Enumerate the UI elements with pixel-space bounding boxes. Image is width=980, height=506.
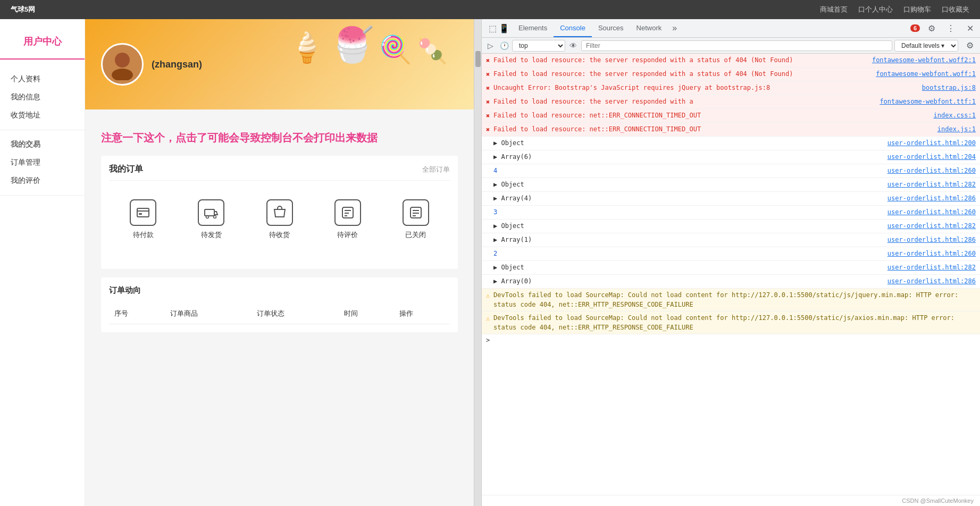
closed-icon [403,199,429,226]
sidebar-section-personal: 个人资料 我的信息 收货地址 [0,65,85,130]
col-id: 序号 [109,303,165,324]
scroll-indicator[interactable] [474,19,481,506]
console-link[interactable]: user-orderlist.html:204 [887,152,976,162]
log-icon [486,180,493,190]
order-icon-pending-review[interactable]: 待评价 [314,199,382,240]
console-message: ▶ Object [493,180,887,189]
console-message: Failed to load resource: net::ERR_CONNEC… [493,124,937,134]
console-input[interactable] [492,336,976,344]
console-line: ✖ Failed to load resource: the server re… [482,95,980,109]
more-tabs-icon[interactable]: » [668,21,681,35]
console-line: ▶ Array(1) user-orderlist.html:286 [482,233,980,247]
sidebar-item-my-review[interactable]: 我的评价 [0,172,85,190]
device-icon[interactable]: 📱 [498,22,510,34]
console-line: 4 user-orderlist.html:260 [482,164,980,178]
console-message: Failed to load resource: the server resp… [493,97,880,106]
pending-payment-icon [130,199,156,226]
console-message: 2 [493,249,887,258]
col-action: 操作 [394,303,450,324]
console-link[interactable]: user-orderlist.html:286 [887,235,976,244]
devtools-tab-actions: 6 ⚙ ⋮ ✕ [910,21,977,36]
console-link[interactable]: fontawesome-webfont.woff:1 [876,69,976,79]
console-line: ▶ Object user-orderlist.html:282 [482,178,980,192]
console-line: 2 user-orderlist.html:260 [482,247,980,261]
eye-icon[interactable]: 👁 [567,40,579,52]
console-settings-icon[interactable]: ⚙ [962,38,977,53]
error-icon: ✖ [486,70,493,79]
console-link[interactable]: user-orderlist.html:200 [887,138,976,148]
console-link[interactable]: index.css:1 [934,111,976,120]
pending-ship-icon [198,199,224,226]
console-link[interactable]: fontawesome-webfont.ttf:1 [880,97,976,106]
console-link[interactable]: user-orderlist.html:260 [887,249,976,258]
console-input-row: > [482,334,980,346]
log-icon [486,153,493,162]
console-message: Failed to load resource: the server resp… [493,55,872,65]
website-area: 用户中心 个人资料 我的信息 收货地址 我的交易 订单管理 我的评价 [0,19,481,506]
levels-select[interactable]: Default levels ▾ [894,40,958,52]
console-link[interactable]: fontawesome-webfont.woff2:1 [872,55,976,65]
sidebar-item-order-management[interactable]: 订单管理 [0,154,85,172]
console-message: 4 [493,166,887,175]
content-area: (zhangsan) 🍦 🍧 🍭 🍡 注意一下这个，点击了可能会导致控制台不会打 [85,19,474,506]
console-line: ⚠ DevTools failed to load SourceMap: Cou… [482,289,980,311]
console-message: ▶ Object [493,138,887,148]
pending-payment-label: 待付款 [133,230,154,240]
console-link[interactable]: index.js:1 [937,124,976,134]
log-icon [486,166,493,176]
order-icon-pending-payment[interactable]: 待付款 [109,199,177,240]
console-link[interactable]: user-orderlist.html:282 [887,221,976,231]
console-link[interactable]: user-orderlist.html:286 [887,276,976,286]
execute-icon[interactable]: ▷ [484,40,496,52]
console-line: ▶ Array(4) user-orderlist.html:286 [482,192,980,206]
console-line: ✖ Failed to load resource: net::ERR_CONN… [482,123,980,137]
nav-link-favorites[interactable]: 口收藏夹 [942,5,969,14]
pending-review-icon [334,199,361,226]
svg-point-7 [214,216,216,218]
tab-network[interactable]: Network [630,19,668,37]
inspect-icon[interactable]: ⬚ [487,22,498,34]
console-message: 3 [493,207,887,217]
console-link[interactable]: user-orderlist.html:282 [887,263,976,272]
filter-input[interactable] [581,40,892,51]
nav-link-cart[interactable]: 口购物车 [903,5,931,14]
console-link[interactable]: user-orderlist.html:286 [887,193,976,203]
console-link[interactable]: user-orderlist.html:282 [887,180,976,189]
console-line: ▶ Object user-orderlist.html:282 [482,261,980,275]
pending-ship-label: 待发货 [201,230,222,240]
orders-view-all[interactable]: 全部订单 [422,165,450,174]
scroll-thumb[interactable] [475,51,481,67]
col-status: 订单状态 [252,303,339,324]
tab-sources[interactable]: Sources [592,19,630,37]
tab-elements[interactable]: Elements [512,19,554,37]
order-icon-closed[interactable]: 已关闭 [382,199,450,240]
order-activity-section: 订单动向 序号 订单商品 订单状态 时间 操作 [101,277,458,332]
log-icon [486,249,493,259]
close-icon[interactable]: ✕ [962,21,977,36]
order-icon-pending-ship[interactable]: 待发货 [177,199,245,240]
nav-link-profile[interactable]: 口个人中心 [858,5,893,14]
context-select[interactable]: top [512,40,565,52]
console-message: DevTools failed to load SourceMap: Could… [493,290,976,309]
settings-icon[interactable]: ⚙ [924,21,939,36]
error-icon: ✖ [486,97,493,107]
console-link[interactable]: user-orderlist.html:260 [887,166,976,175]
console-link[interactable]: bootstrap.js:8 [922,83,976,92]
sidebar-item-address[interactable]: 收货地址 [0,106,85,124]
log-icon [486,263,493,273]
console-link[interactable]: user-orderlist.html:260 [887,207,976,217]
console-message: DevTools failed to load SourceMap: Could… [493,313,976,332]
nav-link-home[interactable]: 商城首页 [820,5,848,14]
tab-console[interactable]: Console [554,19,592,37]
alert-text: 注意一下这个，点击了可能会导致控制台不会打印出来数据 [101,132,378,144]
page-content: 注意一下这个，点击了可能会导致控制台不会打印出来数据 我的订单 全部订单 [85,109,474,506]
warning-icon: ⚠ [486,314,493,323]
sidebar-item-my-info[interactable]: 我的信息 [0,88,85,106]
clock-icon[interactable]: 🕐 [498,40,510,52]
sidebar-item-personal-info[interactable]: 个人资料 [0,70,85,88]
order-icon-pending-receive[interactable]: 待收货 [245,199,313,240]
more-options-icon[interactable]: ⋮ [943,21,958,36]
console-output: ✖ Failed to load resource: the server re… [482,54,980,495]
site-title: 气球5网 [11,5,35,14]
log-icon [486,277,493,286]
